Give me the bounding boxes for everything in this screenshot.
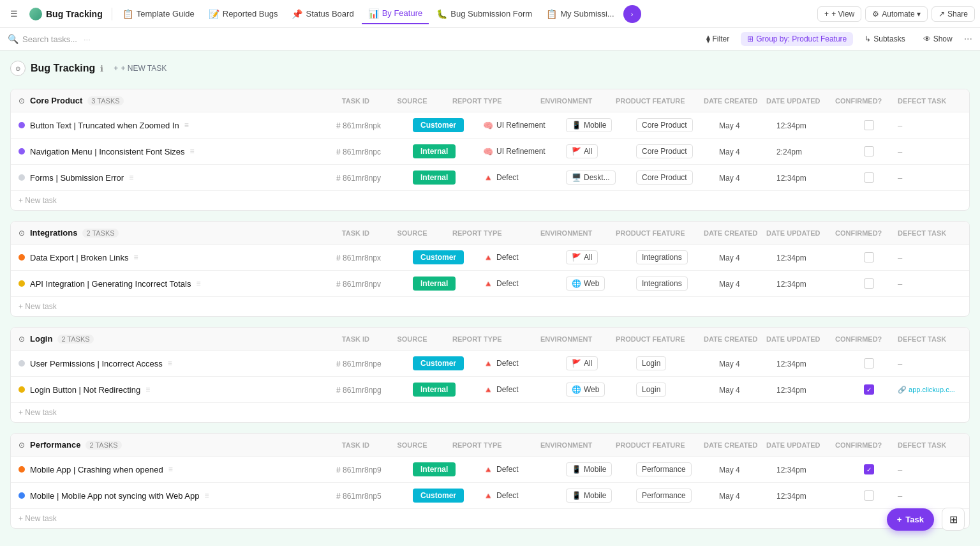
task-report-type-cell-t3: 🔺 Defect: [483, 173, 566, 183]
task-row-t7[interactable]: Login Button | Not Redirecting ≡ # 861mr…: [11, 377, 969, 403]
search-more-icon[interactable]: ···: [84, 34, 91, 44]
task-env-cell-t7: 🌐 Web: [566, 383, 636, 397]
checkbox-t3[interactable]: [864, 172, 874, 183]
group-by-label: Group by: Product Feature: [756, 34, 847, 43]
new-task-button[interactable]: + + NEW TASK: [108, 63, 172, 74]
task-row-t8[interactable]: Mobile App | Crashing when opened ≡ # 86…: [11, 457, 969, 483]
report-type-text-t9: Defect: [496, 491, 519, 500]
task-date-updated-cell-t4: 12:34pm: [776, 253, 840, 262]
checkbox-checked-t7[interactable]: ✓: [864, 384, 874, 395]
checkbox-t9[interactable]: [864, 490, 874, 501]
group-collapse-performance[interactable]: ⊙: [19, 441, 25, 450]
reported-bugs-icon: 📝: [209, 9, 219, 19]
env-badge-t7: 🌐 Web: [566, 383, 605, 397]
task-row-t4[interactable]: Data Export | Broken Links ≡ # 861mr8npx…: [11, 245, 969, 271]
app-logo[interactable]: Bug Tracking: [24, 5, 108, 23]
nav-tab-status-board[interactable]: 📌 Status Board: [285, 4, 360, 24]
report-type-text-t6: Defect: [496, 359, 519, 368]
task-row-t9[interactable]: Mobile | Mobile App not syncing with Web…: [11, 483, 969, 509]
task-name-cell-t9: Mobile | Mobile App not syncing with Web…: [19, 491, 336, 501]
col-h-report-type: REPORT TYPE: [452, 441, 535, 449]
col-h-environment: ENVIRONMENT: [540, 335, 611, 343]
env-badge-t1: 📱 Mobile: [566, 118, 612, 132]
task-row-t2[interactable]: Navigation Menu | Inconsistent Font Size…: [11, 139, 969, 165]
checkbox-t4[interactable]: [864, 252, 874, 262]
group-collapse-core-product[interactable]: ⊙: [19, 96, 25, 105]
apps-grid-button[interactable]: ⊞: [942, 508, 965, 531]
task-row-t6[interactable]: User Permissions | Incorrect Access ≡ # …: [11, 351, 969, 377]
fab-label: Task: [905, 515, 924, 524]
col-h-report-type: REPORT TYPE: [452, 335, 535, 343]
toolbar-more-icon[interactable]: ···: [964, 33, 972, 45]
new-task-fab[interactable]: + Task: [887, 508, 934, 531]
col-h-defect-task: DEFECT TASK: [898, 97, 961, 105]
task-dot-t1: [19, 122, 25, 128]
source-badge-t9: Customer: [413, 489, 464, 503]
show-button[interactable]: 👁 Show: [917, 32, 959, 46]
nav-tab-my-submissions[interactable]: 📋 My Submissi...: [540, 4, 621, 24]
task-date-updated-cell-t9: 12:34pm: [776, 491, 840, 501]
checkbox-t5[interactable]: [864, 278, 874, 289]
task-report-type-cell-t7: 🔺 Defect: [483, 385, 566, 395]
page-info-icon[interactable]: ℹ: [100, 64, 103, 73]
my-submissions-icon: 📋: [546, 9, 557, 19]
nav-tab-reported-bugs[interactable]: 📝 Reported Bugs: [202, 4, 285, 24]
subtasks-button[interactable]: ↳ Subtasks: [858, 32, 911, 46]
nav-overflow-button[interactable]: ›: [623, 5, 641, 23]
task-drag-icon-t5: ≡: [196, 279, 200, 288]
nav-tab-by-feature[interactable]: 📊 By Feature: [362, 4, 429, 24]
task-date-created-cell-t5: May 4: [719, 279, 776, 289]
automate-button[interactable]: ⚙ Automate ▾: [865, 6, 928, 22]
nav-actions: + + View ⚙ Automate ▾ ↗ Share: [817, 6, 975, 22]
defect-task-link-t7[interactable]: 🔗 app.clickup.c...: [898, 386, 955, 394]
task-row-t1[interactable]: Button Text | Truncated when Zoomed In ≡…: [11, 112, 969, 139]
new-task-row-performance[interactable]: + New task: [11, 509, 969, 528]
report-type-text-t7: Defect: [496, 385, 519, 394]
share-button[interactable]: ↗ Share: [932, 6, 975, 22]
filter-button[interactable]: ⧫ Filter: [700, 32, 736, 46]
col-h-environment: ENVIRONMENT: [540, 441, 611, 449]
group-collapse-integrations[interactable]: ⊙: [19, 229, 25, 238]
task-date-updated-cell-t8: 12:34pm: [776, 465, 840, 474]
group-by-icon: ⊞: [747, 34, 754, 43]
view-button[interactable]: + + View: [817, 6, 861, 22]
task-id-cell-t7: # 861mr8npg: [336, 385, 413, 395]
task-source-cell-t8: Internal: [413, 462, 483, 476]
page-collapse-button[interactable]: ⊙: [10, 61, 26, 76]
nav-tab-template-guide[interactable]: 📋 Template Guide: [116, 4, 201, 24]
col-h-date-created: DATE CREATED: [704, 229, 761, 237]
task-name-cell-t6: User Permissions | Incorrect Access ≡: [19, 359, 336, 368]
date-created-text-t2: May 4: [719, 148, 740, 156]
checkbox-t2[interactable]: [864, 146, 874, 156]
date-updated-text-t9: 12:34pm: [776, 492, 806, 501]
group-name-performance: Performance: [30, 440, 80, 450]
feature-badge-t3: Core Product: [636, 171, 693, 185]
new-task-row-integrations[interactable]: + New task: [11, 297, 969, 316]
task-source-cell-t3: Internal: [413, 171, 483, 185]
group-by-button[interactable]: ⊞ Group by: Product Feature: [741, 32, 853, 46]
col-h-source: SOURCE: [377, 335, 447, 343]
checkbox-checked-t8[interactable]: ✓: [864, 464, 874, 474]
new-task-row-core-product[interactable]: + New task: [11, 191, 969, 210]
nav-tab-bug-submission-form[interactable]: 🐛 Bug Submission Form: [430, 4, 538, 24]
task-row-t5[interactable]: API Integration | Generating Incorrect T…: [11, 271, 969, 297]
checkbox-t1[interactable]: [864, 120, 874, 130]
group-collapse-login[interactable]: ⊙: [19, 335, 25, 344]
defect-task-dash-t2: –: [898, 147, 902, 156]
env-badge-t9: 📱 Mobile: [566, 489, 612, 503]
defect-task-dash-t8: –: [898, 465, 902, 474]
task-name-cell-t3: Forms | Submission Error ≡: [19, 173, 336, 183]
new-task-row-login[interactable]: + New task: [11, 403, 969, 422]
task-name-t8: Mobile App | Crashing when opened: [30, 465, 163, 474]
show-label: Show: [933, 34, 953, 43]
task-row-t3[interactable]: Forms | Submission Error ≡ # 861mr8npy I…: [11, 165, 969, 191]
feature-text-t9: Performance: [642, 491, 686, 500]
defect-task-dash-t5: –: [898, 279, 902, 289]
search-box[interactable]: 🔍 Search tasks... ···: [8, 34, 91, 44]
sidebar-toggle[interactable]: ☰: [5, 5, 23, 23]
checkbox-t6[interactable]: [864, 358, 874, 368]
env-icon-t3: 🖥️: [572, 173, 581, 182]
env-icon-t9: 📱: [572, 491, 581, 500]
logo-circle: [29, 8, 42, 20]
task-source-cell-t9: Customer: [413, 489, 483, 503]
